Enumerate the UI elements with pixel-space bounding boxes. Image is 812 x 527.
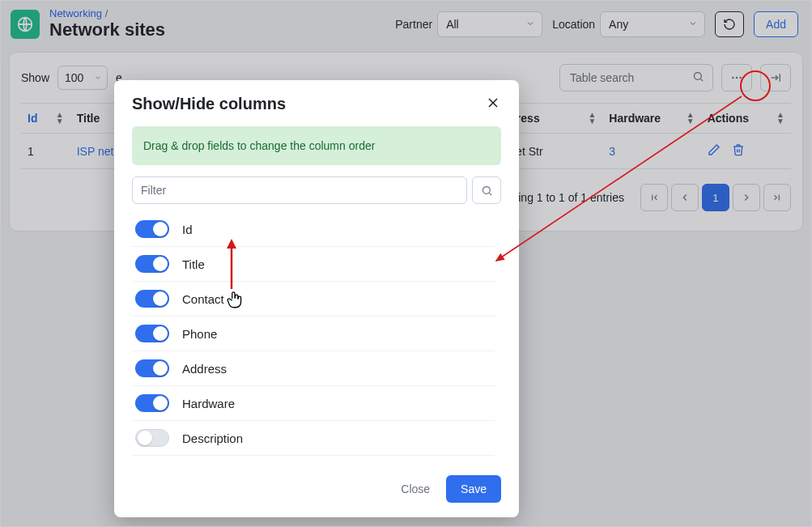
column-label: Title [182,257,205,271]
modal-save-button[interactable]: Save [446,475,501,503]
close-icon[interactable] [485,95,501,113]
filter-search-button[interactable] [472,176,501,204]
toggle-switch[interactable] [135,394,169,412]
column-label: Contact [182,292,224,306]
column-item[interactable]: Contact [132,282,495,317]
columns-list[interactable]: IdTitleContactPhoneAddressHardwareDescri… [132,212,501,464]
toggle-switch[interactable] [135,255,169,273]
column-item[interactable]: Phone [132,317,495,351]
svg-point-12 [483,186,490,193]
toggle-switch[interactable] [135,359,169,377]
modal-close-button[interactable]: Close [389,475,441,503]
column-label: Description [182,431,243,445]
column-label: Hardware [182,397,235,410]
toggle-switch[interactable] [135,220,169,238]
search-icon [481,185,493,197]
column-label: Id [182,223,193,236]
toggle-switch[interactable] [135,290,169,308]
column-item[interactable]: Title [132,247,495,282]
column-item[interactable]: GEO coordinates [132,456,495,464]
column-item[interactable]: Address [132,351,495,386]
svg-line-13 [489,193,491,195]
columns-modal: Show/Hide columns Drag & drop fields to … [114,80,519,517]
hint-banner: Drag & drop fields to change the column … [132,126,501,165]
toggle-switch[interactable] [135,325,169,342]
filter-input[interactable]: Filter [132,176,467,204]
toggle-switch[interactable] [135,429,169,447]
column-label: Phone [182,327,217,341]
column-item[interactable]: Hardware [132,386,495,421]
column-item[interactable]: Description [132,421,495,456]
filter-placeholder: Filter [141,184,166,197]
column-label: Address [182,362,227,376]
column-item[interactable]: Id [132,212,495,247]
modal-title: Show/Hide columns [132,95,286,113]
